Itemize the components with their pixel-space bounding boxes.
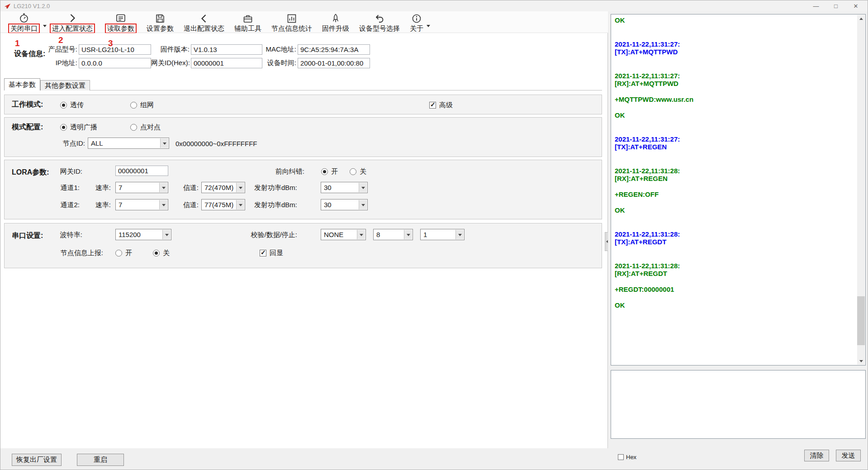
log-line [615,199,856,207]
device-time-input[interactable] [298,58,370,68]
toolbar-node-stats-button[interactable]: 节点信息统计 [266,11,317,33]
clear-button[interactable]: 清除 [804,450,829,461]
channel1-power-label: 发射功率dBm: [240,182,297,194]
node-stats-icon [286,13,297,24]
log-line: 2021-11-22,11:31:27: [615,135,856,143]
toolbar-set-params-button[interactable]: 设置参数 [142,11,179,33]
channel2-channel-label: 信道: [170,199,199,211]
firmware-version-input[interactable] [191,44,262,55]
restart-button[interactable]: 重启 [77,454,124,466]
mac-address-input[interactable] [298,44,370,55]
channel1-channel-select[interactable]: 72(470M) [201,182,245,193]
chevron-down-icon [404,230,412,239]
radio-icon [130,124,137,131]
factory-reset-button[interactable]: 恢复出厂设置 [12,454,62,466]
log-line: [TX]:AT+REGEN [615,143,856,151]
send-input[interactable] [611,370,866,439]
maximize-button[interactable]: □ [826,0,846,11]
toolbar-firmware-upgrade-button[interactable]: 固件升级 [317,11,354,33]
node-id-label: 节点ID: [50,138,85,149]
channel1-rate-select[interactable]: 7 [115,182,168,193]
node-id-range-hint: 0x00000000~0xFFFFFFFF [175,138,257,149]
checkbox-advanced[interactable]: 高级 [429,99,453,111]
stop-bits-value: 1 [423,231,427,238]
data-bits-select[interactable]: 8 [373,229,413,240]
toolbar-exit-config-button[interactable]: 退出配置状态 [179,11,229,33]
checkbox-hex[interactable]: Hex [618,453,636,461]
ip-address-input[interactable] [79,58,151,68]
scrollbar-thumb[interactable] [857,296,865,345]
app-logo-icon [4,3,11,9]
close-button[interactable]: ✕ [846,0,866,11]
info-icon [411,13,422,24]
radio-transparent-mode[interactable]: 透传 [60,99,84,111]
device-time-label: 设备时间: [262,59,298,67]
log-panel: OK 2021-11-22,11:31:27:[TX]:AT+MQTTPWD 2… [608,11,868,470]
toolbar-about-button[interactable]: 关于 [405,11,428,33]
baud-rate-label: 波特率: [41,229,82,241]
toolbar-enter-config-button[interactable]: 进入配置状态 [45,11,100,33]
toolbar-firmware-upgrade-label: 固件升级 [322,24,349,33]
minimize-button[interactable]: — [806,0,826,11]
radio-transparent-broadcast[interactable]: 透明广播 [60,121,97,133]
radio-fec-off[interactable]: 关 [350,166,366,177]
main-panel: 设备信息: 产品型号: 固件版本: MAC地址: IP地址: 网关ID(Hex)… [0,33,608,448]
lora-gateway-id-input[interactable] [115,166,168,176]
log-box[interactable]: OK 2021-11-22,11:31:27:[TX]:AT+MQTTPWD 2… [611,14,866,366]
baud-rate-select[interactable]: 115200 [115,229,171,240]
channel1-power-select[interactable]: 30 [321,182,368,193]
channel2-channel-select[interactable]: 77(475M) [201,199,245,210]
toolbar-close-serial-button[interactable]: 关闭串口 [3,11,45,33]
radio-icon [321,168,328,175]
log-line: 2021-11-22,11:31:28: [615,167,856,175]
log-line [615,294,856,302]
log-line: OK [615,16,856,24]
log-line [615,278,856,286]
log-line [615,104,856,112]
send-button[interactable]: 发送 [836,450,861,461]
fec-label: 前向纠错: [247,166,304,177]
annotation-step-1: 1 [15,38,20,48]
radio-icon [130,102,137,109]
toolbar-device-model-button[interactable]: 设备型号选择 [354,11,405,33]
parity-value: NONE [324,231,343,238]
channel2-power-value: 30 [324,201,332,209]
radio-report-off[interactable]: 关 [153,247,170,259]
log-scrollbar[interactable] [857,15,865,365]
parity-select[interactable]: NONE [321,229,366,240]
log-line: 2021-11-22,11:31:27: [615,72,856,80]
channel2-power-select[interactable]: 30 [321,199,368,210]
ip-address-label: IP地址: [0,59,79,67]
node-id-select[interactable]: ALL [88,138,169,149]
checkbox-advanced-label: 高级 [439,101,453,109]
firmware-upgrade-icon [330,13,341,24]
toolbar-node-stats-label: 节点信息统计 [271,24,312,33]
gateway-id-hex-input[interactable] [191,58,262,68]
work-mode-title: 工作模式: [12,100,43,109]
scroll-down-icon[interactable] [857,357,865,365]
checkbox-echo[interactable]: 回显 [260,247,283,259]
channel2-rate-select[interactable]: 7 [115,199,168,210]
log-line [615,119,856,128]
radio-networking-mode[interactable]: 组网 [130,99,154,111]
radio-fec-on[interactable]: 开 [321,166,338,177]
tab-basic-params[interactable]: 基本参数 [4,78,40,90]
mode-config-title: 模式配置: [12,123,43,132]
chevron-down-icon [359,183,367,192]
toolbar-read-params-button[interactable]: 读取参数 [100,11,142,33]
radio-report-on[interactable]: 开 [115,247,132,259]
radio-p2p-label: 点对点 [140,123,161,132]
stop-bits-select[interactable]: 1 [420,229,465,240]
product-model-input[interactable] [79,44,151,55]
radio-point-to-point[interactable]: 点对点 [130,121,161,133]
window-controls: — □ ✕ [806,0,866,11]
send-box [611,370,866,439]
window-titlebar: LG210 V1.2.0 — □ ✕ [0,0,868,11]
tab-other-params[interactable]: 其他参数设置 [40,80,90,90]
log-line [615,183,856,191]
radio-networking-label: 组网 [140,101,154,109]
radio-fec-off-label: 关 [360,167,366,176]
log-line: OK [615,206,856,214]
scroll-up-icon[interactable] [857,15,865,22]
toolbar-aux-tools-button[interactable]: 辅助工具 [229,11,266,33]
